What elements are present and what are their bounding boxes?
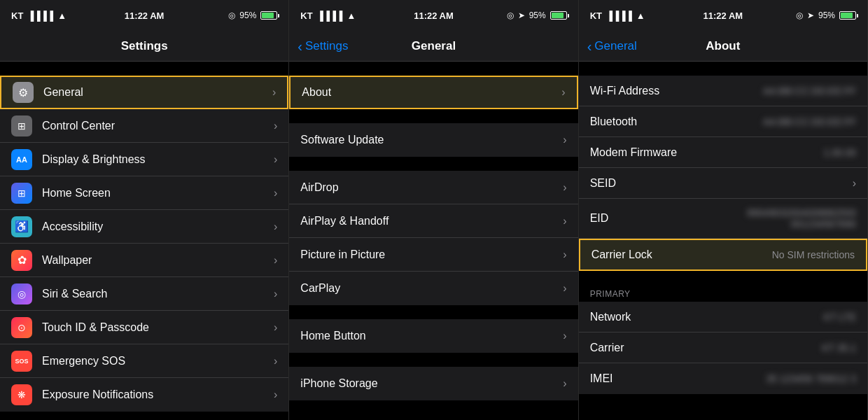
location-icon-3: ◎ — [796, 10, 803, 20]
network-label: Network — [590, 311, 824, 323]
back-button-3[interactable]: ‹ General — [587, 39, 637, 53]
carrier-1: KT — [11, 10, 23, 21]
settings-item-exposure[interactable]: ❋ Exposure Notifications › — [0, 378, 288, 412]
control-center-chevron: › — [274, 120, 277, 132]
status-right-3: ◎ ➤ 95% — [796, 10, 856, 20]
battery-pct-1: 95% — [239, 10, 256, 20]
back-chevron-2: ‹ — [298, 39, 302, 53]
general-item-software[interactable]: Software Update › — [289, 123, 578, 157]
general-item-pip[interactable]: Picture in Picture › — [289, 238, 578, 272]
general-group-software: Software Update › — [289, 123, 578, 157]
touchid-icon: ⊙ — [11, 317, 32, 338]
about-row-modem: Modem Firmware 1.00.00 — [579, 137, 867, 168]
airplay-chevron: › — [563, 215, 566, 227]
settings-item-touchid[interactable]: ⊙ Touch ID & Passcode › — [0, 311, 288, 344]
modem-label: Modem Firmware — [590, 146, 824, 159]
home-button-chevron: › — [563, 330, 566, 342]
carrier-lock-value: No SIM restrictions — [772, 249, 855, 260]
imei-label: IMEI — [590, 372, 766, 385]
airdrop-label: AirDrop — [300, 181, 563, 194]
wifi-address-label: Wi-Fi Address — [590, 85, 763, 97]
settings-item-emergency[interactable]: SOS Emergency SOS › — [0, 344, 288, 378]
nav-bar-3: ‹ General About — [579, 31, 867, 62]
general-icon: ⚙ — [13, 82, 34, 103]
general-item-airplay[interactable]: AirPlay & Handoff › — [289, 204, 578, 238]
settings-item-accessibility[interactable]: ♿ Accessibility › — [0, 210, 288, 244]
settings-item-display[interactable]: AA Display & Brightness › — [0, 143, 288, 176]
back-button-2[interactable]: ‹ Settings — [298, 39, 348, 53]
settings-group-1: ⚙ General › ⊞ Control Center › AA Displa… — [0, 76, 288, 412]
about-row-carrier: Carrier KT 35.1 — [579, 332, 867, 363]
settings-item-home-screen[interactable]: ⊞ Home Screen › — [0, 176, 288, 210]
about-label: About — [302, 86, 561, 99]
battery-icon-3 — [839, 11, 856, 20]
battery-icon-2 — [550, 11, 567, 20]
exposure-label: Exposure Notifications — [42, 388, 274, 401]
network-value: KT LTE — [824, 312, 856, 323]
home-screen-chevron: › — [274, 187, 277, 200]
general-chevron: › — [272, 86, 276, 99]
emergency-label: Emergency SOS — [42, 355, 274, 368]
general-list: About › Software Update › AirDrop › AirP… — [289, 62, 578, 420]
wallpaper-label: Wallpaper — [42, 254, 274, 267]
bluetooth-label: Bluetooth — [590, 115, 763, 128]
general-item-carplay[interactable]: CarPlay › — [289, 272, 578, 305]
settings-item-general[interactable]: ⚙ General › — [0, 76, 288, 109]
settings-item-wallpaper[interactable]: ✿ Wallpaper › — [0, 244, 288, 277]
software-label: Software Update — [300, 134, 563, 146]
storage-label: iPhone Storage — [300, 377, 563, 390]
battery-pct-3: 95% — [818, 10, 835, 20]
carplay-chevron: › — [563, 282, 566, 295]
exposure-icon: ❋ — [11, 384, 32, 405]
about-row-imei: IMEI 35 123456 789012 3 — [579, 363, 867, 394]
general-item-airdrop[interactable]: AirDrop › — [289, 171, 578, 204]
location-arrow-3: ➤ — [807, 10, 814, 20]
about-list: Wi-Fi Address AA:BB:CC:DD:EE:FF Bluetoot… — [579, 62, 867, 420]
settings-list: ⚙ General › ⊞ Control Center › AA Displa… — [0, 62, 288, 420]
seid-label: SEID — [590, 177, 853, 190]
battery-fill-1 — [262, 13, 274, 18]
carrier-3: KT — [590, 10, 602, 21]
siri-icon: ◎ — [11, 284, 32, 304]
signal-icon-1: ▐▐▐▐ — [27, 10, 53, 21]
airdrop-chevron: › — [563, 181, 566, 194]
about-group-primary: Network KT LTE Carrier KT 35.1 IMEI 35 1… — [579, 302, 867, 394]
accessibility-label: Accessibility — [42, 220, 274, 233]
general-label: General — [43, 86, 272, 99]
back-label-3[interactable]: General — [594, 39, 636, 53]
carrier-2: KT — [300, 10, 312, 21]
accessibility-icon: ♿ — [11, 216, 32, 237]
general-group-about: About › — [289, 76, 578, 109]
touchid-chevron: › — [274, 321, 277, 334]
carrier-value: KT 35.1 — [822, 342, 856, 354]
carrier-label: Carrier — [590, 342, 822, 354]
general-item-home-button[interactable]: Home Button › — [289, 319, 578, 353]
general-item-about[interactable]: About › — [289, 76, 578, 109]
general-group-storage: iPhone Storage › — [289, 367, 578, 400]
about-row-bluetooth: Bluetooth AA:BB:CC:DD:EE:FF — [579, 106, 867, 137]
about-row-seid[interactable]: SEID › — [579, 168, 867, 199]
display-label: Display & Brightness — [42, 153, 274, 166]
carrier-lock-label: Carrier Lock — [592, 248, 772, 261]
general-item-storage[interactable]: iPhone Storage › — [289, 367, 578, 400]
battery-fill-3 — [841, 13, 853, 18]
control-center-icon: ⊞ — [11, 115, 32, 136]
settings-item-control-center[interactable]: ⊞ Control Center › — [0, 109, 288, 143]
display-chevron: › — [274, 153, 277, 166]
siri-label: Siri & Search — [42, 288, 274, 300]
status-left-1: KT ▐▐▐▐ ▲ — [11, 10, 66, 21]
wallpaper-chevron: › — [274, 254, 277, 267]
status-bar-3: KT ▐▐▐▐ ▲ 11:22 AM ◎ ➤ 95% — [579, 0, 867, 31]
back-label-2[interactable]: Settings — [305, 39, 348, 53]
home-screen-label: Home Screen — [42, 187, 274, 200]
settings-item-siri[interactable]: ◎ Siri & Search › — [0, 277, 288, 311]
wallpaper-icon: ✿ — [11, 250, 32, 271]
about-panel: KT ▐▐▐▐ ▲ 11:22 AM ◎ ➤ 95% ‹ General Abo… — [579, 0, 868, 420]
about-row-wifi: Wi-Fi Address AA:BB:CC:DD:EE:FF — [579, 76, 867, 106]
about-chevron: › — [561, 86, 565, 99]
nav-title-2: General — [412, 39, 456, 53]
location-icon-2: ◎ — [507, 10, 514, 20]
nav-title-1: Settings — [121, 39, 168, 53]
about-group-network: Wi-Fi Address AA:BB:CC:DD:EE:FF Bluetoot… — [579, 76, 867, 271]
bluetooth-value: AA:BB:CC:DD:EE:FF — [763, 116, 856, 127]
